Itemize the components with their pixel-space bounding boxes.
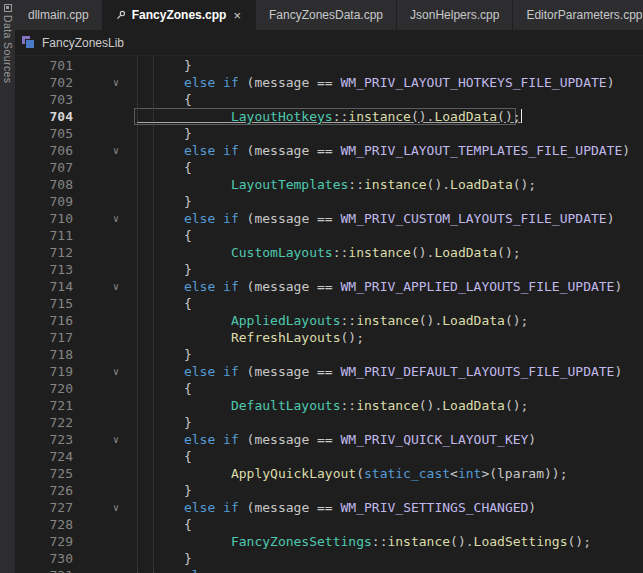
- code-line[interactable]: 729 FancyZonesSettings::instance().LoadS…: [15, 533, 643, 550]
- line-number[interactable]: 716: [15, 312, 73, 329]
- code-editor[interactable]: 701 }702∨ else if (message == WM_PRIV_LA…: [15, 56, 643, 573]
- project-scope-dropdown[interactable]: FancyZonesLib: [42, 36, 124, 50]
- code-text[interactable]: }: [137, 125, 192, 142]
- code-text[interactable]: }: [137, 261, 192, 278]
- code-line[interactable]: 720 {: [15, 380, 643, 397]
- line-number[interactable]: 729: [15, 533, 73, 550]
- code-line[interactable]: 725 ApplyQuickLayout(static_cast<int>(lp…: [15, 465, 643, 482]
- code-line[interactable]: 705 }: [15, 125, 643, 142]
- code-line[interactable]: 711 {: [15, 227, 643, 244]
- line-number[interactable]: 710: [15, 210, 73, 227]
- code-text[interactable]: RefreshLayouts();: [137, 329, 364, 346]
- code-line[interactable]: 702∨ else if (message == WM_PRIV_LAYOUT_…: [15, 74, 643, 91]
- line-number[interactable]: 702: [15, 74, 73, 91]
- code-text[interactable]: ApplyQuickLayout(static_cast<int>(lparam…: [137, 465, 567, 482]
- line-number[interactable]: 728: [15, 516, 73, 533]
- line-number[interactable]: 704: [15, 108, 73, 125]
- code-text[interactable]: else: [137, 567, 215, 573]
- line-number[interactable]: 730: [15, 550, 73, 567]
- code-line[interactable]: 719∨ else if (message == WM_PRIV_DEFAULT…: [15, 363, 643, 380]
- side-panel-tab-data-sources[interactable]: Data Sources: [0, 0, 15, 573]
- code-line[interactable]: 714∨ else if (message == WM_PRIV_APPLIED…: [15, 278, 643, 295]
- code-line[interactable]: 722 }: [15, 414, 643, 431]
- code-line[interactable]: 701 }: [15, 57, 643, 74]
- code-text[interactable]: }: [137, 57, 192, 74]
- code-text[interactable]: FancyZonesSettings::instance().LoadSetti…: [137, 533, 591, 550]
- line-number[interactable]: 709: [15, 193, 73, 210]
- code-text[interactable]: }: [137, 346, 192, 363]
- line-number[interactable]: 712: [15, 244, 73, 261]
- code-text[interactable]: else if (message == WM_PRIV_QUICK_LAYOUT…: [137, 431, 536, 448]
- code-line[interactable]: 703 {: [15, 91, 643, 108]
- code-line[interactable]: 730 }: [15, 550, 643, 567]
- line-number[interactable]: 706: [15, 142, 73, 159]
- code-line[interactable]: 728 {: [15, 516, 643, 533]
- line-number[interactable]: 714: [15, 278, 73, 295]
- line-number[interactable]: 703: [15, 91, 73, 108]
- code-text[interactable]: else if (message == WM_PRIV_CUSTOM_LAYOU…: [137, 210, 614, 227]
- fold-chevron-icon[interactable]: ∨: [103, 142, 129, 159]
- code-line[interactable]: 704 LayoutHotkeys::instance().LoadData()…: [15, 108, 643, 125]
- line-number[interactable]: 724: [15, 448, 73, 465]
- line-number[interactable]: 720: [15, 380, 73, 397]
- code-text[interactable]: {: [137, 295, 192, 312]
- line-number[interactable]: 725: [15, 465, 73, 482]
- code-text[interactable]: {: [137, 159, 192, 176]
- fold-chevron-icon[interactable]: ∨: [103, 278, 129, 295]
- line-number[interactable]: 707: [15, 159, 73, 176]
- code-line[interactable]: 727∨ else if (message == WM_PRIV_SETTING…: [15, 499, 643, 516]
- line-number[interactable]: 718: [15, 346, 73, 363]
- code-line[interactable]: 724 {: [15, 448, 643, 465]
- fold-chevron-icon[interactable]: ∨: [103, 499, 129, 516]
- fold-chevron-icon[interactable]: ∨: [103, 431, 129, 448]
- tab-fancyzones-cpp[interactable]: FancyZones.cpp×: [103, 0, 256, 30]
- close-icon[interactable]: ×: [232, 9, 242, 22]
- code-text[interactable]: AppliedLayouts::instance().LoadData();: [137, 312, 528, 329]
- code-text[interactable]: else if (message == WM_PRIV_LAYOUT_TEMPL…: [137, 142, 630, 159]
- code-text[interactable]: LayoutTemplates::instance().LoadData();: [137, 176, 536, 193]
- line-number[interactable]: 727: [15, 499, 73, 516]
- code-line[interactable]: 708 LayoutTemplates::instance().LoadData…: [15, 176, 643, 193]
- code-line[interactable]: 712 CustomLayouts::instance().LoadData()…: [15, 244, 643, 261]
- code-line[interactable]: 718 }: [15, 346, 643, 363]
- fold-chevron-icon[interactable]: ∨: [103, 567, 129, 573]
- code-line[interactable]: 710∨ else if (message == WM_PRIV_CUSTOM_…: [15, 210, 643, 227]
- code-text[interactable]: {: [137, 91, 192, 108]
- line-number[interactable]: 723: [15, 431, 73, 448]
- code-text[interactable]: else if (message == WM_PRIV_LAYOUT_HOTKE…: [137, 74, 614, 91]
- code-line[interactable]: 721 DefaultLayouts::instance().LoadData(…: [15, 397, 643, 414]
- fold-chevron-icon[interactable]: ∨: [103, 74, 129, 91]
- line-number[interactable]: 713: [15, 261, 73, 278]
- line-number[interactable]: 722: [15, 414, 73, 431]
- code-text[interactable]: {: [137, 227, 192, 244]
- tab-jsonhelpers-cpp[interactable]: JsonHelpers.cpp: [397, 0, 513, 30]
- code-text[interactable]: CustomLayouts::instance().LoadData();: [137, 244, 521, 261]
- code-text[interactable]: {: [137, 448, 192, 465]
- code-text[interactable]: }: [137, 550, 192, 567]
- code-text[interactable]: LayoutHotkeys::instance().LoadData();: [137, 108, 522, 125]
- tab-dllmain-cpp[interactable]: dllmain.cpp: [15, 0, 103, 30]
- code-line[interactable]: 709 }: [15, 193, 643, 210]
- tab-fancyzonesdata-cpp[interactable]: FancyZonesData.cpp: [256, 0, 397, 30]
- pin-icon[interactable]: [116, 10, 126, 20]
- code-line[interactable]: 707 {: [15, 159, 643, 176]
- line-number[interactable]: 717: [15, 329, 73, 346]
- code-text[interactable]: }: [137, 482, 192, 499]
- code-text[interactable]: {: [137, 380, 192, 397]
- code-line[interactable]: 726 }: [15, 482, 643, 499]
- tab-editorparameters-cpp[interactable]: EditorParameters.cpp: [513, 0, 643, 30]
- code-line[interactable]: 731∨ else: [15, 567, 643, 573]
- fold-chevron-icon[interactable]: ∨: [103, 363, 129, 380]
- fold-chevron-icon[interactable]: ∨: [103, 210, 129, 227]
- code-text[interactable]: {: [137, 516, 192, 533]
- line-number[interactable]: 701: [15, 57, 73, 74]
- code-text[interactable]: else if (message == WM_PRIV_APPLIED_LAYO…: [137, 278, 622, 295]
- line-number[interactable]: 726: [15, 482, 73, 499]
- code-line[interactable]: 713 }: [15, 261, 643, 278]
- code-text[interactable]: }: [137, 193, 192, 210]
- code-text[interactable]: else if (message == WM_PRIV_DEFAULT_LAYO…: [137, 363, 622, 380]
- code-text[interactable]: else if (message == WM_PRIV_SETTINGS_CHA…: [137, 499, 536, 516]
- line-number[interactable]: 715: [15, 295, 73, 312]
- code-line[interactable]: 716 AppliedLayouts::instance().LoadData(…: [15, 312, 643, 329]
- line-number[interactable]: 708: [15, 176, 73, 193]
